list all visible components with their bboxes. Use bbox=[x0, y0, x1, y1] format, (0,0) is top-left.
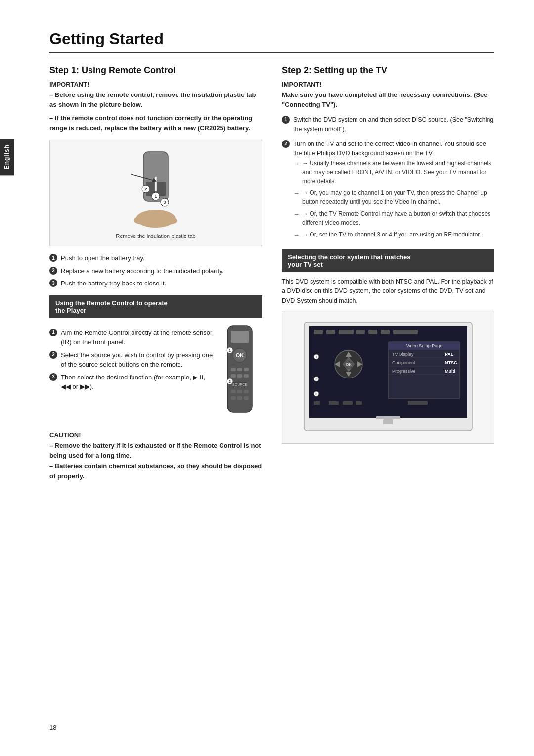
svg-rect-31 bbox=[237, 396, 242, 400]
remote-steps-list: 1 Aim the Remote Control directly at the… bbox=[49, 328, 213, 392]
svg-text:1: 1 bbox=[154, 194, 157, 199]
svg-text:2: 2 bbox=[144, 187, 147, 191]
svg-rect-28 bbox=[237, 390, 242, 393]
step1-important-text2: – If the remote control does not functio… bbox=[49, 113, 262, 133]
svg-rect-29 bbox=[244, 390, 249, 393]
page-title: Getting Started bbox=[49, 30, 494, 53]
right-column: Step 2: Setting up the TV IMPORTANT! Mak… bbox=[282, 65, 494, 482]
svg-text:Progressive: Progressive bbox=[392, 369, 416, 374]
svg-rect-45 bbox=[393, 330, 418, 334]
svg-rect-43 bbox=[368, 330, 377, 334]
step2-important-label: IMPORTANT! bbox=[282, 81, 494, 88]
svg-text:Video Setup Page: Video Setup Page bbox=[406, 343, 442, 348]
svg-rect-63 bbox=[356, 401, 362, 405]
color-select-box: Selecting the color system that matches … bbox=[282, 249, 494, 272]
step2-item-1: 1 Switch the DVD system on and then sele… bbox=[282, 115, 494, 135]
remote-step-1: 1 Aim the Remote Control directly at the… bbox=[49, 328, 213, 347]
svg-rect-64 bbox=[408, 401, 428, 405]
caution-text-2: – Batteries contain chemical substances,… bbox=[49, 461, 262, 482]
svg-rect-16 bbox=[231, 331, 249, 343]
svg-rect-40 bbox=[326, 330, 335, 334]
page-number: 18 bbox=[49, 724, 56, 731]
dvd-screen-box: 1 OK 2 3 bbox=[282, 311, 494, 444]
title-divider bbox=[49, 56, 494, 56]
step2-title: Step 2: Setting up the TV bbox=[282, 65, 494, 76]
svg-rect-32 bbox=[244, 396, 249, 400]
svg-rect-62 bbox=[343, 401, 353, 405]
step2-item-1-content: Switch the DVD system on and then select… bbox=[293, 115, 494, 135]
arrow-1: → → Usually these channels are between t… bbox=[293, 159, 494, 186]
step2-item-2-content: Turn on the TV and set to the correct vi… bbox=[293, 140, 494, 242]
arrow-2: → → Or, you may go to channel 1 on your … bbox=[293, 189, 494, 206]
svg-text:3: 3 bbox=[315, 392, 317, 396]
svg-rect-24 bbox=[244, 374, 249, 378]
arrow-4: → → Or, set the TV to channel 3 or 4 if … bbox=[293, 230, 494, 240]
svg-text:OK: OK bbox=[346, 362, 352, 367]
battery-step-1: 1 Push to open the battery tray. bbox=[49, 253, 262, 263]
svg-rect-20 bbox=[237, 368, 242, 371]
battery-step-2: 2 Replace a new battery according to the… bbox=[49, 266, 262, 276]
svg-rect-19 bbox=[231, 368, 236, 371]
svg-text:Multi: Multi bbox=[445, 369, 455, 374]
svg-rect-77 bbox=[376, 416, 400, 419]
svg-point-8 bbox=[164, 217, 177, 224]
svg-rect-23 bbox=[237, 374, 242, 378]
caution-text-1: – Remove the battery if it is exhausted … bbox=[49, 441, 262, 462]
svg-text:2: 2 bbox=[315, 378, 317, 381]
arrow-3: → → Or, the TV Remote Control may have a… bbox=[293, 209, 494, 227]
remote-svg: OK SOURCE bbox=[220, 323, 260, 422]
svg-rect-44 bbox=[381, 330, 390, 334]
step1-title: Step 1: Using Remote Control bbox=[49, 65, 262, 76]
svg-rect-78 bbox=[383, 419, 393, 424]
battery-diagram-svg: 2 1 3 bbox=[101, 147, 210, 231]
svg-text:NTSC: NTSC bbox=[445, 360, 457, 365]
remote-operate-box: Using the Remote Control to operate the … bbox=[49, 295, 262, 318]
step1-important-label: IMPORTANT! bbox=[49, 81, 262, 88]
svg-rect-21 bbox=[244, 368, 249, 371]
svg-rect-22 bbox=[231, 374, 236, 378]
step2-item-2: 2 Turn on the TV and set to the correct … bbox=[282, 140, 494, 242]
svg-text:1: 1 bbox=[315, 355, 317, 359]
step2-important-text: Make sure you have completed all the nec… bbox=[282, 90, 494, 109]
svg-text:1: 1 bbox=[229, 349, 231, 352]
svg-text:OK: OK bbox=[236, 352, 244, 358]
remote-image: OK SOURCE bbox=[220, 323, 262, 424]
svg-text:SOURCE: SOURCE bbox=[232, 383, 247, 386]
svg-rect-27 bbox=[231, 390, 236, 393]
svg-rect-42 bbox=[356, 330, 365, 334]
svg-text:Component: Component bbox=[392, 360, 415, 365]
remote-text: 1 Aim the Remote Control directly at the… bbox=[49, 323, 213, 424]
remote-step-3: 3 Then select the desired function (for … bbox=[49, 373, 213, 392]
remote-section: 1 Aim the Remote Control directly at the… bbox=[49, 323, 262, 424]
svg-rect-2 bbox=[155, 177, 157, 191]
svg-text:TV Display: TV Display bbox=[392, 352, 414, 357]
svg-text:3: 3 bbox=[163, 200, 166, 205]
svg-rect-61 bbox=[329, 401, 339, 405]
svg-rect-30 bbox=[231, 396, 236, 400]
remote-step-2: 2 Select the source you wish to control … bbox=[49, 350, 213, 370]
svg-rect-60 bbox=[314, 401, 320, 405]
dvd-screen-svg: 1 OK 2 3 bbox=[288, 317, 488, 436]
svg-text:PAL: PAL bbox=[445, 352, 454, 357]
caution-section: CAUTION! – Remove the battery if it is e… bbox=[49, 431, 262, 482]
left-column: Step 1: Using Remote Control IMPORTANT! … bbox=[49, 65, 262, 482]
battery-image-box: 2 1 3 Remove the insulation plastic tab bbox=[49, 140, 262, 246]
svg-text:2: 2 bbox=[229, 380, 231, 383]
battery-step-3: 3 Push the battery tray back to close it… bbox=[49, 279, 262, 288]
step1-important-text1: – Before using the remote control, remov… bbox=[49, 90, 262, 109]
svg-rect-41 bbox=[339, 330, 354, 334]
battery-steps-list: 1 Push to open the battery tray. 2 Repla… bbox=[49, 253, 262, 288]
insulation-label: Remove the insulation plastic tab bbox=[116, 233, 195, 239]
color-select-text: This DVD system is compatible with both … bbox=[282, 277, 494, 306]
caution-label: CAUTION! bbox=[49, 431, 262, 439]
svg-rect-39 bbox=[314, 330, 323, 334]
